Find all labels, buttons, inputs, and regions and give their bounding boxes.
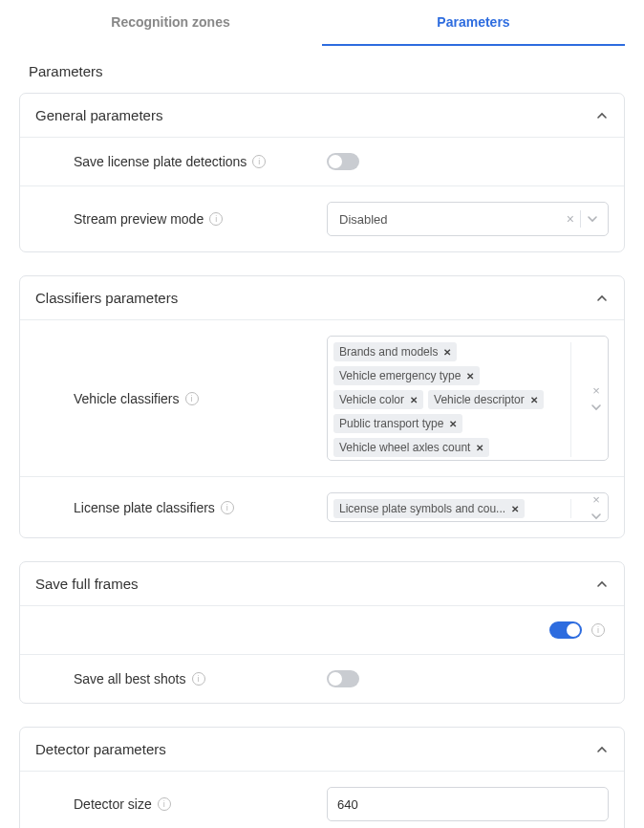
tab-parameters[interactable]: Parameters <box>322 0 625 46</box>
chevron-down-icon[interactable] <box>590 511 602 522</box>
row-stream-preview-mode: Stream preview mode i Disabled × <box>20 185 624 251</box>
clear-icon[interactable]: × <box>567 211 574 227</box>
chevron-up-icon <box>595 292 609 305</box>
tag-remove-icon[interactable]: ✕ <box>530 395 538 405</box>
row-detector-size: Detector size i <box>20 771 624 828</box>
tag-remove-icon[interactable]: ✕ <box>449 419 457 429</box>
tag-label: Vehicle emergency type <box>339 369 461 382</box>
tag-label: Vehicle descriptor <box>434 393 525 406</box>
panel-classifiers-parameters: Classifiers parameters Vehicle classifie… <box>19 275 625 538</box>
tabs: Recognition zones Parameters <box>19 0 625 46</box>
chevron-down-icon[interactable] <box>587 213 598 225</box>
multiselect-lp-classifiers[interactable]: License plate symbols and cou...✕ × <box>327 492 609 522</box>
info-icon[interactable]: i <box>252 155 266 168</box>
tag: Vehicle wheel axles count✕ <box>333 438 489 457</box>
tag-remove-icon[interactable]: ✕ <box>443 347 451 358</box>
select-stream-preview[interactable]: Disabled × <box>327 202 609 236</box>
separator <box>580 210 581 228</box>
tag-remove-icon[interactable]: ✕ <box>410 395 418 405</box>
chevron-up-icon <box>595 109 609 122</box>
tag: Vehicle descriptor✕ <box>428 390 544 409</box>
chevron-down-icon[interactable] <box>590 402 602 413</box>
panel-title: Save full frames <box>35 576 139 592</box>
row-save-all-best-shots: Save all best shots i <box>20 654 624 703</box>
info-icon[interactable]: i <box>591 623 605 637</box>
tag-remove-icon[interactable]: ✕ <box>466 371 474 381</box>
info-icon[interactable]: i <box>192 672 205 686</box>
panel-header-classifiers[interactable]: Classifiers parameters <box>20 276 624 319</box>
select-value: Disabled <box>333 212 567 227</box>
panel-save-full-frames: Save full frames i Save all best shots i <box>19 561 625 704</box>
chevron-up-icon <box>595 743 609 756</box>
row-save-license-plate-detections: Save license plate detections i <box>20 137 624 185</box>
label-detector-size: Detector size <box>74 796 152 812</box>
tag: Public transport type✕ <box>333 414 462 433</box>
info-icon[interactable]: i <box>158 797 171 811</box>
info-icon[interactable]: i <box>209 212 223 226</box>
toggle-save-all-best[interactable] <box>327 670 359 687</box>
panel-header-save-full-frames[interactable]: Save full frames <box>20 562 624 605</box>
toggle-save-full-frames[interactable] <box>549 621 582 639</box>
info-icon[interactable]: i <box>221 501 234 514</box>
panel-header-general[interactable]: General parameters <box>20 94 624 137</box>
label-save-lp: Save license plate detections <box>74 154 247 169</box>
tab-recognition-zones[interactable]: Recognition zones <box>19 0 322 46</box>
multiselect-vehicle-classifiers[interactable]: Brands and models✕Vehicle emergency type… <box>327 336 609 461</box>
info-icon[interactable]: i <box>185 392 199 405</box>
tag-remove-icon[interactable]: ✕ <box>476 443 483 453</box>
row-vehicle-classifiers: Vehicle classifiers i Brands and models✕… <box>20 319 624 476</box>
row-license-plate-classifiers: License plate classifiers i License plat… <box>20 476 624 537</box>
tag: Brands and models✕ <box>333 342 457 361</box>
clear-icon[interactable]: × <box>592 383 600 398</box>
panel-title: Detector parameters <box>35 741 166 757</box>
tag-label: Brands and models <box>339 345 438 359</box>
label-save-all-best: Save all best shots <box>74 671 186 686</box>
panel-detector-parameters: Detector parameters Detector size i <box>19 727 625 828</box>
tag-label: Vehicle wheel axles count <box>339 441 470 454</box>
tag: Vehicle emergency type✕ <box>333 366 480 385</box>
tag: Vehicle color✕ <box>333 390 423 409</box>
panel-title: Classifiers parameters <box>35 290 178 306</box>
label-stream-preview: Stream preview mode <box>74 211 204 227</box>
tag-remove-icon[interactable]: ✕ <box>511 504 519 514</box>
tag-label: Public transport type <box>339 417 443 430</box>
tag-label: Vehicle color <box>339 393 404 406</box>
input-detector-size[interactable] <box>327 787 609 821</box>
panel-title: General parameters <box>35 107 162 123</box>
label-lp-classifiers: License plate classifiers <box>74 500 215 515</box>
panel-general-parameters: General parameters Save license plate de… <box>19 93 625 252</box>
chevron-up-icon <box>595 577 609 591</box>
row-save-full-frames-toggle: i <box>20 605 624 654</box>
tag-label: License plate symbols and cou... <box>339 502 505 515</box>
label-vehicle-classifiers: Vehicle classifiers <box>74 391 180 406</box>
clear-icon[interactable]: × <box>592 492 600 507</box>
page-title: Parameters <box>29 63 625 79</box>
panel-header-detector[interactable]: Detector parameters <box>20 728 624 771</box>
tag: License plate symbols and cou...✕ <box>333 499 525 518</box>
toggle-save-lp[interactable] <box>327 153 359 170</box>
